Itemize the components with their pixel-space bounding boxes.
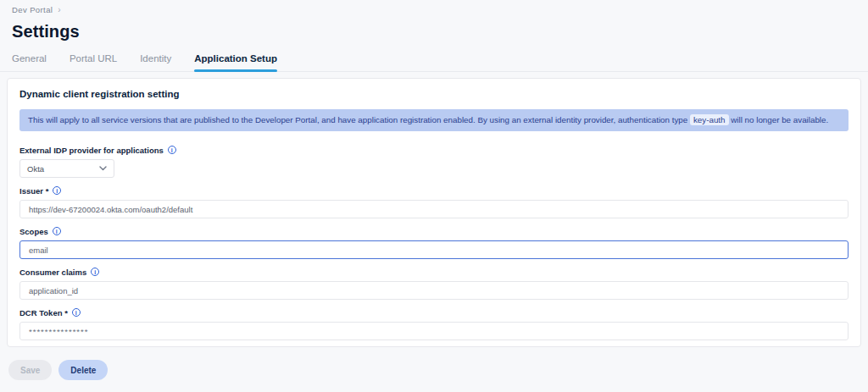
info-banner: This will apply to all service versions … (19, 109, 849, 131)
info-icon[interactable]: i (168, 146, 176, 154)
scopes-label-text: Scopes (19, 227, 48, 236)
tab-bar: General Portal URL Identity Application … (0, 53, 868, 72)
footer-actions: Save Delete (8, 360, 868, 380)
idp-provider-label: External IDP provider for applications i (19, 145, 849, 155)
info-icon[interactable]: i (53, 227, 61, 235)
tab-portal-url[interactable]: Portal URL (70, 53, 117, 71)
dcr-token-input[interactable] (19, 322, 849, 340)
dcr-token-label-text: DCR Token * (19, 308, 68, 317)
breadcrumb-link-dev-portal[interactable]: Dev Portal (12, 5, 53, 14)
idp-provider-label-text: External IDP provider for applications (19, 146, 164, 155)
tab-application-setup[interactable]: Application Setup (194, 53, 277, 71)
breadcrumb: Dev Portal › (0, 0, 868, 14)
issuer-input[interactable] (19, 200, 849, 218)
breadcrumb-chevron-icon: › (58, 5, 61, 14)
section-heading: Dynamic client registration setting (19, 89, 849, 100)
scopes-label: Scopes i (19, 226, 849, 236)
issuer-label-text: Issuer * (19, 186, 48, 196)
info-icon[interactable]: i (53, 186, 61, 195)
tab-identity[interactable]: Identity (140, 53, 171, 71)
delete-button[interactable]: Delete (58, 360, 108, 380)
issuer-label: Issuer * i (19, 185, 849, 196)
dcr-settings-card: Dynamic client registration setting This… (7, 78, 861, 347)
page-title: Settings (12, 22, 868, 41)
tab-general[interactable]: General (12, 53, 47, 71)
dcr-token-label: DCR Token * i (19, 307, 849, 317)
banner-text-after: will no longer be available. (731, 115, 828, 124)
idp-provider-selected-value: Okta (27, 164, 44, 174)
scopes-input[interactable] (19, 240, 849, 259)
consumer-claims-label: Consumer claims i (19, 267, 849, 277)
info-icon[interactable]: i (72, 308, 81, 317)
info-icon[interactable]: i (91, 268, 99, 276)
chevron-down-icon (99, 166, 107, 171)
banner-code-chip: key-auth (690, 114, 729, 125)
consumer-claims-label-text: Consumer claims (19, 268, 86, 277)
save-button[interactable]: Save (8, 360, 52, 380)
banner-text-before: This will apply to all service versions … (28, 115, 687, 124)
consumer-claims-input[interactable] (19, 281, 849, 300)
idp-provider-select[interactable]: Okta (19, 159, 114, 178)
